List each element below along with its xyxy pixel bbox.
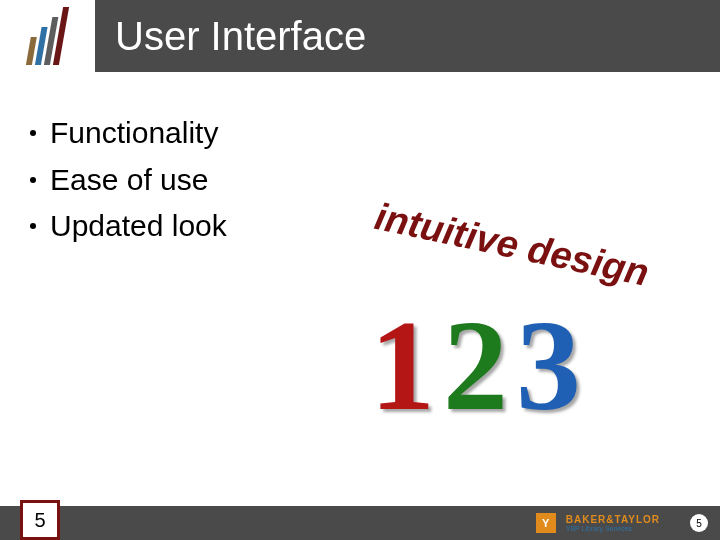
brand-sub: YBP Library Services <box>566 525 660 532</box>
bullet-text: Functionality <box>50 110 218 157</box>
list-item: Updated look <box>30 203 227 250</box>
bullet-dot-icon <box>30 130 36 136</box>
bullet-dot-icon <box>30 223 36 229</box>
numbers-graphic: 1 2 3 <box>370 300 581 430</box>
logo-bars-icon <box>26 7 69 65</box>
footer-brand: Y BAKER&TAYLOR YBP Library Services <box>536 506 660 540</box>
list-item: Ease of use <box>30 157 227 204</box>
number-3-icon: 3 <box>516 300 581 430</box>
number-2-icon: 2 <box>443 300 508 430</box>
callout-text: intuitive design <box>371 195 653 295</box>
list-item: Functionality <box>30 110 227 157</box>
page-number-box: 5 <box>20 500 60 540</box>
footer-bar: 5 Y BAKER&TAYLOR YBP Library Services 5 <box>0 506 720 540</box>
header-bar: User Interface <box>0 0 720 72</box>
brand-glyph-icon: Y <box>536 513 556 533</box>
company-logo <box>0 0 95 72</box>
bullet-list: Functionality Ease of use Updated look <box>30 110 227 250</box>
bullet-text: Ease of use <box>50 157 208 204</box>
bullet-dot-icon <box>30 177 36 183</box>
number-1-icon: 1 <box>370 300 435 430</box>
brand-main: BAKER&TAYLOR <box>566 514 660 525</box>
page-number-badge: 5 <box>690 514 708 532</box>
brand-text: BAKER&TAYLOR YBP Library Services <box>566 515 660 532</box>
bullet-text: Updated look <box>50 203 227 250</box>
slide-title: User Interface <box>115 0 366 72</box>
